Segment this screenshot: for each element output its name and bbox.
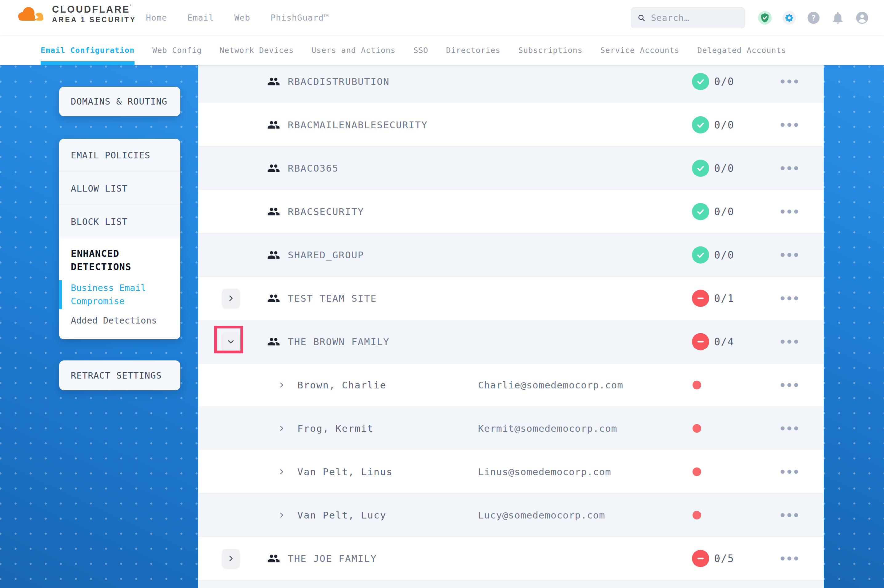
top-nav: HomeEmailWebPhishGuard™ (146, 0, 329, 35)
gear-icon[interactable] (782, 11, 796, 25)
chevron-right-icon[interactable] (278, 511, 286, 519)
top-nav-item-email[interactable]: Email (188, 13, 214, 22)
sidebar-card-policies: EMAIL POLICIES ALLOW LIST BLOCK LIST ENH… (59, 139, 180, 339)
right-panel-background (824, 65, 884, 588)
member-status-dot (693, 381, 701, 389)
top-header: CLOUDFLARE’ AREA 1 SECURITY HomeEmailWeb… (0, 0, 884, 35)
top-nav-item-home[interactable]: Home (146, 13, 167, 22)
sidebar-item-retract-settings[interactable]: RETRACT SETTINGS (59, 360, 180, 390)
chevron-right-icon[interactable] (278, 424, 286, 432)
sidebar-item-email-policies[interactable]: EMAIL POLICIES (59, 139, 180, 172)
status-count: 0/0 (714, 206, 734, 218)
status-count: 0/0 (714, 162, 734, 174)
tab-email-configuration[interactable]: Email Configuration (41, 35, 134, 65)
sidebar: DOMAINS & ROUTING EMAIL POLICIES ALLOW L… (0, 65, 198, 588)
member-row: Brown, CharlieCharlie@somedemocorp.com (198, 363, 824, 406)
member-name: Brown, Charlie (297, 380, 386, 391)
status-ok-badge (692, 73, 709, 90)
top-nav-item-web[interactable]: Web (234, 13, 250, 22)
help-icon[interactable]: ? (806, 11, 821, 25)
row-menu-button[interactable] (779, 338, 800, 346)
group-icon (267, 118, 280, 131)
row-menu-button[interactable] (779, 121, 800, 129)
sidebar-item-added-detections[interactable]: Added Detections (71, 315, 169, 326)
sidebar-item-allow-list[interactable]: ALLOW LIST (59, 172, 180, 205)
sidebar-card-domains: DOMAINS & ROUTING (59, 87, 180, 116)
status-ok-badge (692, 116, 709, 134)
brand-text: CLOUDFLARE’ AREA 1 SECURITY (52, 4, 136, 24)
sidebar-section-enhanced-detections: ENHANCED DETECTIONS Business Email Compr… (59, 238, 180, 339)
chevron-right-icon[interactable] (278, 468, 286, 476)
group-row: RBACSECURITY0/0 (198, 190, 824, 233)
section-tabs: Email ConfigurationWeb ConfigNetwork Dev… (0, 35, 884, 65)
row-menu-button[interactable] (779, 78, 800, 85)
member-name: Van Pelt, Linus (297, 466, 393, 477)
tab-users-and-actions[interactable]: Users and Actions (311, 35, 395, 65)
status-ok-badge (692, 203, 709, 220)
group-icon (267, 162, 280, 175)
group-icon (267, 249, 280, 261)
row-menu-button[interactable] (779, 555, 800, 562)
brand-subtitle: AREA 1 SECURITY (52, 16, 136, 24)
member-email: Kermit@somedemocorp.com (478, 423, 617, 434)
group-icon (267, 75, 280, 88)
status-ok-badge (692, 160, 709, 177)
group-name: RBACSECURITY (288, 206, 364, 217)
group-name: TEST TEAM SITE (288, 293, 377, 304)
member-status-dot (693, 511, 701, 519)
group-row: RBACMAILENABLESECURITY0/0 (198, 103, 824, 146)
row-menu-button[interactable] (779, 165, 800, 172)
member-row: Frog, KermitKermit@somedemocorp.com (198, 406, 824, 450)
expand-group-button[interactable] (222, 549, 239, 568)
header-actions: ? (758, 0, 869, 35)
group-row: SHARED_GROUP0/0 (198, 233, 824, 276)
expand-group-button[interactable] (222, 289, 239, 308)
collapse-group-button[interactable] (222, 332, 239, 351)
status-ok-badge (692, 246, 709, 264)
row-menu-button[interactable] (779, 425, 800, 432)
tab-network-devices[interactable]: Network Devices (220, 35, 294, 65)
member-row: Van Pelt, LinusLinus@somedemocorp.com (198, 450, 824, 493)
group-icon (267, 335, 280, 348)
sidebar-item-business-email-compromise[interactable]: Business Email Compromise (71, 281, 169, 308)
chevron-right-icon[interactable] (278, 381, 286, 389)
group-row: RBACO3650/0 (198, 146, 824, 190)
account-icon[interactable] (855, 11, 869, 25)
tab-delegated-accounts[interactable]: Delegated Accounts (697, 35, 786, 65)
bell-icon[interactable] (831, 11, 845, 25)
brand-trademark: ’ (130, 4, 133, 9)
row-menu-button[interactable] (779, 381, 800, 389)
row-menu-button[interactable] (779, 208, 800, 216)
group-name: RBACO365 (288, 163, 338, 174)
top-nav-item-phishguard[interactable]: PhishGuard™ (271, 13, 329, 22)
member-email: Linus@somedemocorp.com (478, 466, 611, 477)
tab-service-accounts[interactable]: Service Accounts (600, 35, 680, 65)
row-menu-button[interactable] (779, 251, 800, 259)
tab-sso[interactable]: SSO (413, 35, 428, 65)
member-status-dot (693, 468, 701, 476)
row-menu-button[interactable] (779, 512, 800, 519)
search-input[interactable] (651, 13, 738, 23)
tab-directories[interactable]: Directories (446, 35, 501, 65)
table-row-spacer (198, 580, 824, 588)
shield-check-icon[interactable] (758, 11, 772, 25)
member-email: Charlie@somedemocorp.com (478, 380, 623, 391)
sidebar-item-block-list[interactable]: BLOCK LIST (59, 205, 180, 238)
member-name: Frog, Kermit (297, 423, 374, 434)
group-name: RBACMAILENABLESECURITY (288, 119, 428, 130)
row-menu-button[interactable] (779, 468, 800, 476)
member-email: Lucy@somedemocorp.com (478, 510, 605, 520)
search-box (631, 8, 745, 28)
status-count: 0/5 (714, 553, 734, 565)
row-menu-button[interactable] (779, 295, 800, 302)
group-row: THE BROWN FAMILY0/4 (198, 320, 824, 363)
tab-subscriptions[interactable]: Subscriptions (518, 35, 583, 65)
group-row: THE JOE FAMILY0/5 (198, 537, 824, 580)
member-status-dot (693, 424, 701, 433)
status-blocked-badge (692, 550, 709, 567)
sidebar-item-domains-routing[interactable]: DOMAINS & ROUTING (59, 87, 180, 116)
tab-web-config[interactable]: Web Config (152, 35, 202, 65)
search-icon (637, 13, 645, 22)
group-row: TEST TEAM SITE0/1 (198, 276, 824, 320)
group-name: RBACDISTRUBUTION (288, 76, 390, 87)
